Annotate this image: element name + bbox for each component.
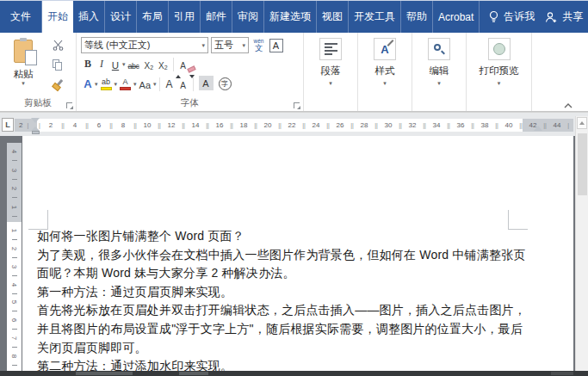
tab-selector-button[interactable]: L <box>2 118 14 132</box>
first-line-indent-marker[interactable] <box>31 118 40 123</box>
editing-group-label: 编辑 <box>430 65 449 77</box>
ruler-number-10: |10| <box>135 119 159 132</box>
cut-button[interactable] <box>48 38 67 52</box>
vruler-tick <box>12 179 17 180</box>
document-line-6[interactable]: 并且将图片的布局设置成"浮于文字上方"，随后根据实际需要，调整图片的位置大小，最… <box>37 320 545 339</box>
vertical-ruler[interactable]: 4321 12345678 <box>7 143 22 371</box>
clipboard-group: 粘贴 ▾ 剪贴板 <box>0 33 77 111</box>
vertical-scrollbar[interactable] <box>575 116 588 376</box>
scroll-up-button[interactable] <box>577 117 587 129</box>
left-indent-marker[interactable] <box>32 131 40 134</box>
tab-cn-0[interactable]: 文件 <box>0 1 42 33</box>
styles-group-button[interactable]: A 样式 ▾ <box>358 33 412 111</box>
styles-group-label: 样式 <box>375 65 395 77</box>
text-highlight-button[interactable]: ab <box>98 77 115 92</box>
document-line-1[interactable]: 如何将一张图片铺满整个 Word 页面？ <box>37 227 545 246</box>
editing-group-button[interactable]: 编辑 ▾ <box>412 33 467 111</box>
paste-button[interactable]: 粘贴 ▾ <box>5 37 41 94</box>
document-text[interactable]: 如何将一张图片铺满整个 Word 页面？为了美观，很多小伙伴会在文档中插入一些图… <box>37 227 545 376</box>
character-border-button[interactable]: A <box>269 37 283 53</box>
character-shading-button[interactable]: A <box>196 77 216 92</box>
grow-font-button[interactable]: A <box>163 77 176 92</box>
change-case-button[interactable]: Aa <box>137 77 153 92</box>
font-name-combobox[interactable]: 等线 (中文正文) ▾ <box>81 37 208 53</box>
ruler-number-12: |12| <box>159 119 183 132</box>
format-painter-icon <box>52 79 64 91</box>
subscript-button[interactable]: X2 <box>142 57 157 72</box>
tab-cn-10[interactable]: 开发工具 <box>349 1 401 33</box>
clear-formatting-button[interactable]: A <box>176 57 190 72</box>
clipboard-dialog-launcher[interactable] <box>66 102 72 108</box>
document-line-3[interactable]: 面呢？本期 Word 妹与大家分享 2 种解决办法。 <box>37 264 545 283</box>
enclose-characters-button[interactable]: 字 <box>216 77 234 92</box>
ribbon: 粘贴 ▾ 剪贴板 等线 (中文正文) ▾ 五号 ▾ <box>0 33 588 112</box>
tab-cn-4[interactable]: 布局 <box>137 1 169 33</box>
ruler-number-22: |22| <box>280 119 304 132</box>
paste-label: 粘贴 <box>14 68 34 81</box>
phonetic-guide-button[interactable]: wén 文 <box>251 37 266 53</box>
text-effects-button[interactable]: A <box>81 77 95 92</box>
tab-cn-5[interactable]: 引用 <box>169 1 201 33</box>
vruler-number-3: 3 <box>10 168 17 171</box>
magnifier-icon <box>433 43 445 55</box>
right-indent-marker[interactable] <box>534 126 542 131</box>
change-case-caret-icon[interactable]: ▾ <box>153 82 157 87</box>
ruler-band: L 2 |2||4||6||8||10||12||14||16||18||20|… <box>0 112 588 136</box>
chevron-up-icon <box>562 102 574 110</box>
ruler-number-6: |6| <box>87 119 111 132</box>
font-dialog-launcher[interactable] <box>294 102 300 108</box>
vruler-number-5: 5 <box>10 300 17 304</box>
bold-button[interactable]: B <box>81 57 95 72</box>
vruler-tick <box>12 329 17 330</box>
tab-cn-6[interactable]: 邮件 <box>201 1 232 33</box>
ruler-number-16: |16| <box>207 119 232 132</box>
shrink-font-button[interactable]: A <box>176 77 190 92</box>
strikethrough-button[interactable]: abc <box>126 57 142 72</box>
ruler-number-18: |18| <box>232 119 256 132</box>
share-button[interactable]: 共享 <box>540 1 588 33</box>
share-person-icon <box>545 11 558 23</box>
vruler-number-8: 8 <box>10 354 17 358</box>
document-line-4[interactable]: 第一种方法：通过页眉页脚来实现。 <box>37 283 545 302</box>
format-painter-button[interactable] <box>48 77 67 92</box>
copy-button[interactable] <box>48 58 67 72</box>
tab-cn-3[interactable]: 设计 <box>105 1 137 33</box>
ruler-number-44: |44| <box>545 119 569 132</box>
tab-cn-11[interactable]: 帮助 <box>401 1 433 33</box>
horizontal-ruler[interactable]: 2 |2||4||6||8||10||12||14||16||18||20||2… <box>15 119 573 132</box>
tell-me-label: 告诉我 <box>504 9 535 24</box>
paste-dropdown-caret[interactable]: ▾ <box>22 81 25 86</box>
tab-cn-2[interactable]: 插入 <box>73 1 105 33</box>
bottom-bar-segment <box>179 372 208 375</box>
vruler-tick <box>12 347 17 348</box>
font-color-button[interactable]: A <box>117 77 133 92</box>
tab-cn-1[interactable]: 开始 <box>42 1 73 33</box>
ruler-number-24: |24| <box>304 119 328 132</box>
tab-cn-8[interactable]: 新建选项 <box>264 1 317 33</box>
eraser-icon <box>187 65 195 72</box>
vruler-tick <box>12 160 17 161</box>
collapse-ribbon-button[interactable] <box>562 98 574 107</box>
document-line-5[interactable]: 首先将光标放在页眉处并双击打开编辑状态，之后点击插入——图片，插入之后点击图片， <box>37 301 545 320</box>
ruler-left-margin-number: 2 <box>19 119 28 132</box>
italic-button[interactable]: I <box>95 57 108 72</box>
tab-cn-9[interactable]: 视图 <box>317 1 349 33</box>
print-preview-group-button[interactable]: 打印预览 ▾ <box>467 33 532 111</box>
ruler-number-8: |8| <box>111 119 135 132</box>
paragraph-group-button[interactable]: 段落 ▾ <box>304 33 358 111</box>
document-area: 4321 12345678 如何将一张图片铺满整个 Word 页面？为了美观，很… <box>0 136 588 371</box>
underline-button[interactable]: U <box>108 57 122 72</box>
tell-me-button[interactable]: 告诉我 <box>483 1 540 33</box>
document-line-7[interactable]: 关闭页眉页脚即可。 <box>37 339 545 358</box>
font-name-value: 等线 (中文正文) <box>84 39 201 52</box>
ruler-tick-row: |2||4||6||8||10||12||14||16||18||20||22|… <box>39 119 569 132</box>
tab-cn-7[interactable]: 审阅 <box>232 1 264 33</box>
editing-caret-icon: ▾ <box>437 81 441 86</box>
tab-acrobat[interactable]: Acrobat <box>433 1 480 33</box>
tab-list: 文件开始插入设计布局引用邮件审阅新建选项视图开发工具帮助Acrobat <box>0 1 480 33</box>
paragraph-group-label: 段落 <box>321 65 341 77</box>
document-line-2[interactable]: 为了美观，很多小伙伴会在文档中插入一些图片作为背景色，但如何在 Word 中铺满… <box>37 246 545 265</box>
scrollbar-thumb[interactable] <box>578 133 587 195</box>
superscript-button[interactable]: X2 <box>156 57 170 72</box>
font-size-combobox[interactable]: 五号 ▾ <box>211 37 249 53</box>
